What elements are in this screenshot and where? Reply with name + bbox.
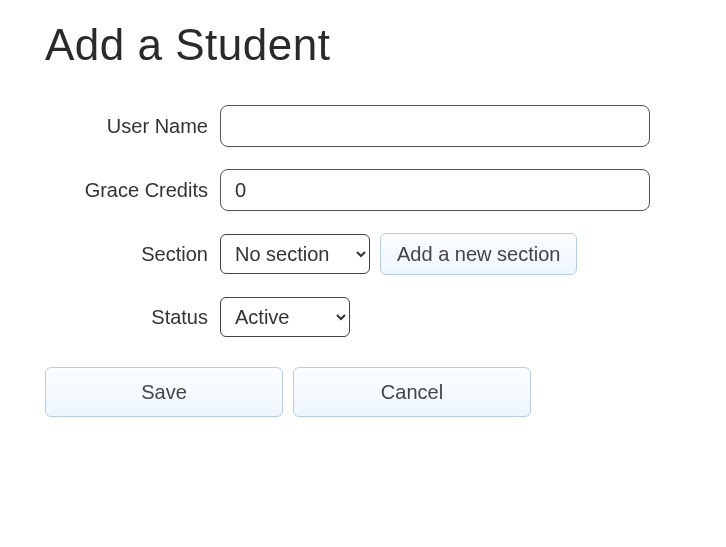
status-label: Status (45, 306, 220, 329)
section-label: Section (45, 243, 220, 266)
username-input[interactable] (220, 105, 650, 147)
save-button[interactable]: Save (45, 367, 283, 417)
grace-credits-input[interactable] (220, 169, 650, 211)
status-select[interactable]: Active (220, 297, 350, 337)
section-select[interactable]: No section (220, 234, 370, 274)
add-section-button[interactable]: Add a new section (380, 233, 577, 275)
username-label: User Name (45, 115, 220, 138)
cancel-button[interactable]: Cancel (293, 367, 531, 417)
page-title: Add a Student (45, 20, 681, 70)
grace-credits-label: Grace Credits (45, 179, 220, 202)
